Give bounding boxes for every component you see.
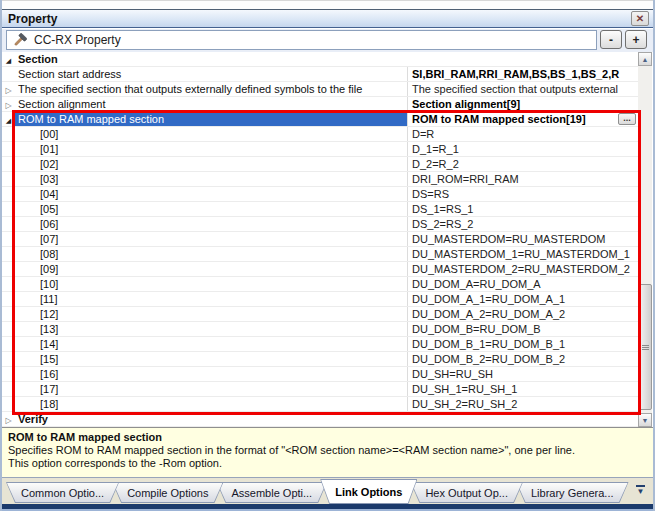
row-name[interactable]: Section alignment bbox=[15, 97, 407, 111]
property-row[interactable]: ▷Verify bbox=[2, 412, 638, 427]
tab-compile-options[interactable]: Compile Options bbox=[112, 482, 223, 503]
row-name[interactable]: [13] bbox=[15, 322, 407, 336]
property-row[interactable]: [10]DU_DOM_A=RU_DOM_A bbox=[2, 277, 638, 292]
property-row[interactable]: [18]DU_SH_2=RU_SH_2 bbox=[2, 397, 638, 412]
property-row[interactable]: [14]DU_DOM_B_1=RU_DOM_B_1 bbox=[2, 337, 638, 352]
row-name[interactable]: [04] bbox=[15, 187, 407, 201]
row-value[interactable]: DU_DOM_A_1=RU_DOM_A_1 bbox=[407, 292, 638, 306]
row-value[interactable]: DS_2=RS_2 bbox=[407, 217, 638, 231]
row-value[interactable]: Section alignment[9] bbox=[407, 97, 638, 111]
property-row[interactable]: [15]DU_DOM_B_2=RU_DOM_B_2 bbox=[2, 352, 638, 367]
property-row[interactable]: ◢Section bbox=[2, 52, 638, 67]
expander-icon[interactable]: ▷ bbox=[5, 416, 11, 425]
property-row[interactable]: [07]DU_MASTERDOM=RU_MASTERDOM bbox=[2, 232, 638, 247]
row-name[interactable]: ROM to RAM mapped section bbox=[15, 112, 407, 126]
row-name[interactable]: [00] bbox=[15, 127, 407, 141]
row-value[interactable]: DS=RS bbox=[407, 187, 638, 201]
row-value[interactable]: ROM to RAM mapped section[19]... bbox=[407, 112, 638, 126]
row-value[interactable]: DU_SH_2=RU_SH_2 bbox=[407, 397, 638, 411]
ellipsis-button[interactable]: ... bbox=[618, 113, 636, 125]
close-button[interactable]: ✕ bbox=[631, 11, 649, 26]
expand-all-button[interactable]: + bbox=[625, 30, 647, 49]
row-name[interactable]: [03] bbox=[15, 172, 407, 186]
row-name[interactable]: [07] bbox=[15, 232, 407, 246]
row-name[interactable]: [11] bbox=[15, 292, 407, 306]
row-value[interactable]: D=R bbox=[407, 127, 638, 141]
row-value[interactable]: DU_DOM_B_2=RU_DOM_B_2 bbox=[407, 352, 638, 366]
row-value[interactable]: D_1=R_1 bbox=[407, 142, 638, 156]
row-name[interactable]: [01] bbox=[15, 142, 407, 156]
row-name[interactable]: Verify bbox=[15, 412, 407, 426]
property-row[interactable]: [00]D=R bbox=[2, 127, 638, 142]
row-value[interactable]: DU_DOM_B=RU_DOM_B bbox=[407, 322, 638, 336]
tab-link-options[interactable]: Link Options bbox=[320, 479, 417, 504]
row-name[interactable]: [12] bbox=[15, 307, 407, 321]
tab-hex-output-op[interactable]: Hex Output Op... bbox=[410, 482, 523, 503]
row-name[interactable]: [06] bbox=[15, 217, 407, 231]
row-name[interactable]: [16] bbox=[15, 367, 407, 381]
property-row[interactable]: ▷The specified section that outputs exte… bbox=[2, 82, 638, 97]
row-value[interactable]: DU_SH_1=RU_SH_1 bbox=[407, 382, 638, 396]
property-row[interactable]: [03]DRI_ROM=RRI_RAM bbox=[2, 172, 638, 187]
grid-scrollbar[interactable]: ▲ ▼ bbox=[638, 52, 652, 427]
expander-icon[interactable]: ◢ bbox=[6, 57, 11, 64]
row-value[interactable]: D_2=R_2 bbox=[407, 157, 638, 171]
property-row[interactable]: [17]DU_SH_1=RU_SH_1 bbox=[2, 382, 638, 397]
row-value[interactable]: DU_SH=RU_SH bbox=[407, 367, 638, 381]
property-row[interactable]: ◢ROM to RAM mapped sectionROM to RAM map… bbox=[2, 112, 638, 127]
row-value[interactable]: DRI_ROM=RRI_RAM bbox=[407, 172, 638, 186]
row-value[interactable]: SI,BRI_RAM,RRI_RAM,BS,BS_1,BS_2,R bbox=[407, 67, 638, 81]
property-row[interactable]: [13]DU_DOM_B=RU_DOM_B bbox=[2, 322, 638, 337]
row-name[interactable]: [10] bbox=[15, 277, 407, 291]
scrollbar-thumb[interactable] bbox=[638, 284, 652, 410]
scroll-down-icon: ▼ bbox=[642, 417, 649, 424]
row-name[interactable]: [08] bbox=[15, 247, 407, 261]
property-row[interactable]: Section start addressSI,BRI_RAM,RRI_RAM,… bbox=[2, 67, 638, 82]
row-name[interactable]: [02] bbox=[15, 157, 407, 171]
row-value[interactable]: DU_MASTERDOM_1=RU_MASTERDOM_1 bbox=[407, 247, 638, 261]
row-name[interactable]: [09] bbox=[15, 262, 407, 276]
row-value[interactable]: DU_DOM_A=RU_DOM_A bbox=[407, 277, 638, 291]
row-value[interactable] bbox=[407, 412, 638, 426]
row-name[interactable]: [17] bbox=[15, 382, 407, 396]
row-name[interactable]: [15] bbox=[15, 352, 407, 366]
scroll-up-button[interactable]: ▲ bbox=[638, 52, 652, 66]
expander-icon[interactable]: ▷ bbox=[5, 101, 11, 110]
property-row[interactable]: [05]DS_1=RS_1 bbox=[2, 202, 638, 217]
row-name[interactable]: [05] bbox=[15, 202, 407, 216]
scroll-down-button[interactable]: ▼ bbox=[638, 413, 652, 427]
row-value[interactable]: DU_DOM_B_1=RU_DOM_B_1 bbox=[407, 337, 638, 351]
row-name[interactable]: [14] bbox=[15, 337, 407, 351]
row-value[interactable]: DU_MASTERDOM=RU_MASTERDOM bbox=[407, 232, 638, 246]
row-value[interactable]: The specified section that outputs exter… bbox=[407, 82, 638, 96]
property-row[interactable]: [16]DU_SH=RU_SH bbox=[2, 367, 638, 382]
property-row[interactable]: [08]DU_MASTERDOM_1=RU_MASTERDOM_1 bbox=[2, 247, 638, 262]
property-row[interactable]: [11]DU_DOM_A_1=RU_DOM_A_1 bbox=[2, 292, 638, 307]
property-row[interactable]: ▷Section alignmentSection alignment[9] bbox=[2, 97, 638, 112]
row-name[interactable]: Section start address bbox=[15, 67, 407, 81]
row-value[interactable] bbox=[407, 52, 638, 66]
expander-icon[interactable]: ▷ bbox=[5, 86, 11, 95]
property-row[interactable]: [12]DU_DOM_A_2=RU_DOM_A_2 bbox=[2, 307, 638, 322]
row-value[interactable]: DU_DOM_A_2=RU_DOM_A_2 bbox=[407, 307, 638, 321]
row-value[interactable]: DU_MASTERDOM_2=RU_MASTERDOM_2 bbox=[407, 262, 638, 276]
row-name[interactable]: [18] bbox=[15, 397, 407, 411]
collapse-all-button[interactable]: - bbox=[600, 30, 622, 49]
row-name[interactable]: Section bbox=[15, 52, 407, 66]
panel-titlebar[interactable]: Property ✕ bbox=[2, 10, 653, 28]
tab-overflow-button[interactable]: ▼ bbox=[636, 485, 645, 496]
property-row[interactable]: [06]DS_2=RS_2 bbox=[2, 217, 638, 232]
row-value[interactable]: DS_1=RS_1 bbox=[407, 202, 638, 216]
property-row[interactable]: [02]D_2=R_2 bbox=[2, 157, 638, 172]
property-grid[interactable]: ◢SectionSection start addressSI,BRI_RAM,… bbox=[2, 52, 638, 427]
description-pane: ROM to RAM mapped section Specifies ROM … bbox=[2, 427, 653, 477]
tab-library-genera[interactable]: Library Genera... bbox=[516, 482, 629, 503]
property-row[interactable]: [04]DS=RS bbox=[2, 187, 638, 202]
property-row[interactable]: [01]D_1=R_1 bbox=[2, 142, 638, 157]
row-gutter bbox=[2, 262, 15, 276]
row-name[interactable]: The specified section that outputs exter… bbox=[15, 82, 407, 96]
tab-assemble-opti[interactable]: Assemble Opti... bbox=[216, 482, 327, 503]
expander-icon[interactable]: ◢ bbox=[6, 117, 11, 124]
tab-common-optio[interactable]: Common Optio... bbox=[6, 482, 119, 503]
property-row[interactable]: [09]DU_MASTERDOM_2=RU_MASTERDOM_2 bbox=[2, 262, 638, 277]
